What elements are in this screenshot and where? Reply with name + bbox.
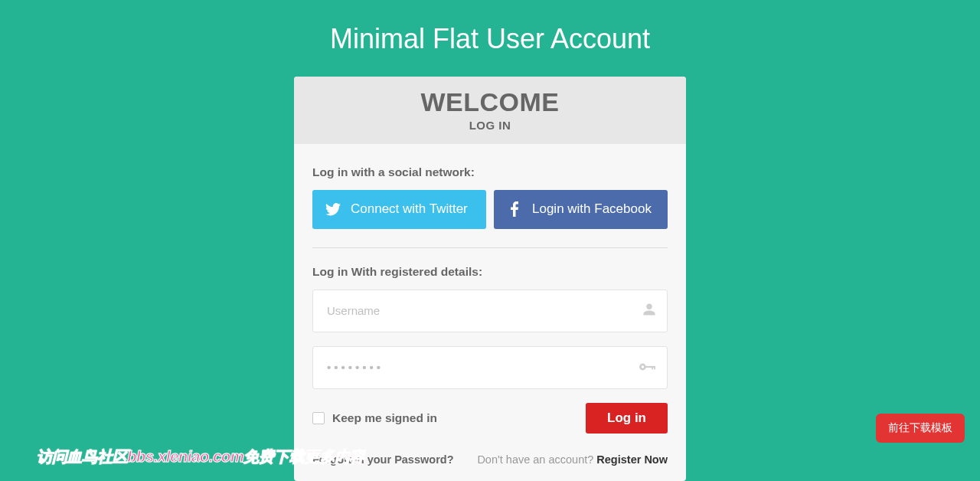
welcome-subtitle: LOG IN xyxy=(294,119,686,132)
keep-signed-text: Keep me signed in xyxy=(332,411,437,425)
facebook-icon xyxy=(506,201,523,217)
twitter-connect-button[interactable]: Connect with Twitter xyxy=(312,190,486,229)
no-account-text: Don't have an account? xyxy=(477,453,596,466)
key-icon xyxy=(639,361,656,375)
twitter-icon xyxy=(325,203,341,216)
username-field-wrap xyxy=(312,290,668,332)
facebook-button-label: Login with Facebook xyxy=(532,201,652,218)
social-row: Connect with Twitter Login with Facebook xyxy=(312,190,668,229)
username-field[interactable] xyxy=(313,290,667,332)
row-actions: Keep me signed in Log in xyxy=(312,403,668,434)
keep-signed-checkbox[interactable] xyxy=(312,412,325,424)
card-body: Log in with a social network: Connect wi… xyxy=(294,144,686,481)
svg-rect-4 xyxy=(654,366,655,369)
divider xyxy=(312,247,668,248)
keep-signed-label[interactable]: Keep me signed in xyxy=(312,411,437,425)
watermark-text: 访问血鸟社区bbs.xleniao.com免费下载更多内容 xyxy=(37,447,364,467)
register-prompt: Don't have an account? Register Now xyxy=(477,453,668,466)
card-header: WELCOME LOG IN xyxy=(294,77,686,144)
social-section-label: Log in with a social network: xyxy=(312,165,668,179)
twitter-button-label: Connect with Twitter xyxy=(351,201,468,218)
facebook-login-button[interactable]: Login with Facebook xyxy=(494,190,668,229)
user-icon xyxy=(642,303,656,319)
svg-point-1 xyxy=(642,365,644,368)
register-link[interactable]: Register Now xyxy=(596,453,668,466)
svg-rect-3 xyxy=(652,366,653,369)
svg-rect-2 xyxy=(645,366,655,368)
download-template-button[interactable]: 前往下载模板 xyxy=(876,414,965,443)
page-title: Minimal Flat User Account xyxy=(0,0,980,77)
form-section-label: Log in With registered details: xyxy=(312,265,668,279)
password-field[interactable] xyxy=(313,347,667,388)
password-field-wrap xyxy=(312,346,668,389)
login-card: WELCOME LOG IN Log in with a social netw… xyxy=(294,77,686,481)
welcome-heading: WELCOME xyxy=(294,87,686,117)
footer-links: Forgotten your Password? Don't have an a… xyxy=(312,453,668,466)
login-button[interactable]: Log in xyxy=(586,403,668,434)
